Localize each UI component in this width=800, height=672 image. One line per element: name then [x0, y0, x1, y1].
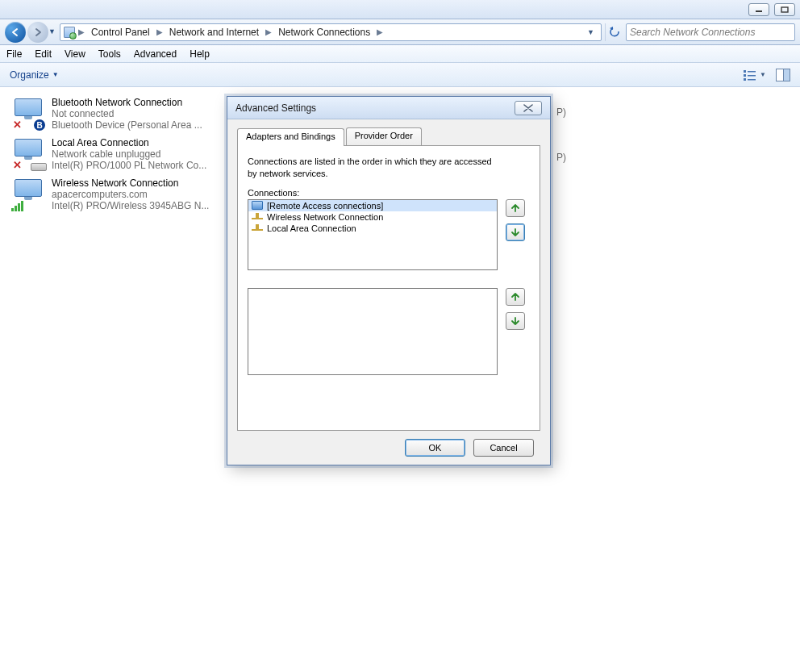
- svg-rect-5: [748, 75, 756, 77]
- location-icon: [64, 27, 75, 38]
- search-placeholder: Search Network Connections: [630, 27, 755, 38]
- list-item-label: [Remote Access connections]: [267, 201, 383, 211]
- svg-rect-3: [748, 71, 756, 73]
- dialog-tabs: Adapters and Bindings Provider Order: [237, 127, 540, 145]
- connection-status: apacercomputers.com: [52, 189, 215, 200]
- connection-device: Intel(R) PRO/Wireless 3945ABG N...: [52, 200, 215, 211]
- search-input[interactable]: Search Network Connections: [626, 23, 795, 41]
- list-item[interactable]: Local Area Connection: [248, 223, 497, 234]
- menu-bar: File Edit View Tools Advanced Help: [0, 45, 800, 63]
- chevron-icon: ▶: [264, 27, 273, 36]
- chevron-icon: ▶: [155, 27, 165, 36]
- move-up-button-2[interactable]: [506, 288, 525, 306]
- chevron-icon: ▶: [77, 27, 86, 36]
- connection-title: Bluetooth Network Connection: [52, 97, 215, 108]
- connection-icon: [11, 177, 45, 211]
- tab-provider-order[interactable]: Provider Order: [346, 127, 422, 145]
- back-button[interactable]: [5, 22, 26, 43]
- menu-help[interactable]: Help: [190, 48, 210, 60]
- ethernet-icon: [31, 163, 47, 171]
- connection-icon: ✕: [11, 137, 45, 171]
- forward-button[interactable]: [27, 22, 48, 43]
- menu-advanced[interactable]: Advanced: [134, 48, 177, 60]
- arrow-up-icon: [510, 203, 520, 213]
- bindings-listbox[interactable]: [248, 288, 498, 375]
- bluetooth-icon: B: [34, 119, 45, 131]
- advanced-settings-dialog: Advanced Settings Adapters and Bindings …: [227, 96, 551, 465]
- window-titlebar: [0, 0, 800, 19]
- svg-rect-7: [748, 79, 756, 81]
- network-icon: [252, 223, 263, 233]
- move-up-button[interactable]: [506, 199, 525, 217]
- list-item[interactable]: Wireless Network Connection: [248, 211, 497, 223]
- svg-rect-4: [744, 74, 746, 77]
- menu-edit[interactable]: Edit: [35, 48, 52, 60]
- signal-bars-icon: [11, 200, 23, 211]
- error-x-icon: ✕: [11, 160, 23, 171]
- breadcrumb-item[interactable]: Network and Internet: [166, 27, 262, 38]
- cancel-button[interactable]: Cancel: [473, 439, 534, 457]
- list-item-label: Wireless Network Connection: [267, 212, 383, 222]
- dialog-title: Advanced Settings: [235, 102, 316, 114]
- list-item-label: Local Area Connection: [267, 223, 356, 233]
- command-bar: Organize ▼ ▼: [0, 63, 800, 87]
- connection-device: Bluetooth Device (Personal Area ...: [52, 119, 215, 131]
- svg-rect-1: [781, 7, 788, 12]
- menu-file[interactable]: File: [6, 48, 22, 60]
- svg-rect-6: [744, 78, 746, 81]
- connections-label: Connections:: [248, 188, 530, 198]
- organize-button[interactable]: Organize ▼: [10, 69, 59, 81]
- error-x-icon: ✕: [11, 119, 23, 131]
- ok-button[interactable]: OK: [405, 439, 465, 457]
- connection-item[interactable]: ✕ Local Area Connection Network cable un…: [6, 134, 219, 174]
- history-dropdown[interactable]: ▼: [48, 27, 56, 35]
- organize-label: Organize: [10, 69, 49, 81]
- tab-adapters-bindings[interactable]: Adapters and Bindings: [237, 128, 344, 146]
- move-down-button[interactable]: [506, 223, 525, 241]
- connection-title: Local Area Connection: [52, 137, 215, 148]
- view-options-button[interactable]: ▼: [744, 69, 766, 81]
- connection-status: Network cable unplugged: [52, 148, 215, 160]
- dialog-titlebar[interactable]: Advanced Settings: [227, 97, 550, 119]
- view-icon: [744, 69, 756, 81]
- arrow-down-icon: [510, 227, 520, 237]
- modem-icon: [252, 201, 263, 210]
- clipped-text: P): [556, 106, 566, 118]
- list-item[interactable]: [Remote Access connections]: [248, 200, 497, 211]
- refresh-button[interactable]: [605, 23, 623, 41]
- chevron-down-icon: ▼: [760, 71, 766, 78]
- network-icon: [252, 212, 263, 222]
- breadcrumb-item[interactable]: Control Panel: [88, 27, 153, 38]
- maximize-button[interactable]: [774, 3, 795, 16]
- address-dropdown[interactable]: ▼: [584, 28, 598, 36]
- preview-pane-button[interactable]: [776, 69, 790, 81]
- menu-view[interactable]: View: [65, 48, 85, 60]
- svg-rect-2: [744, 70, 746, 73]
- move-down-button-2[interactable]: [506, 312, 525, 330]
- minimize-button[interactable]: [748, 3, 769, 16]
- arrow-down-icon: [510, 316, 520, 326]
- navigation-bar: ▼ ▶ Control Panel ▶ Network and Internet…: [0, 19, 800, 45]
- breadcrumb-item[interactable]: Network Connections: [275, 27, 373, 38]
- dialog-description: Connections are listed in the order in w…: [248, 156, 498, 180]
- chevron-down-icon: ▼: [52, 71, 59, 78]
- menu-tools[interactable]: Tools: [98, 48, 121, 60]
- connections-listbox[interactable]: [Remote Access connections] Wireless Net…: [248, 199, 498, 270]
- arrow-up-icon: [510, 292, 520, 302]
- connection-item[interactable]: ✕ B Bluetooth Network Connection Not con…: [6, 94, 219, 134]
- nav-back-forward: ▼: [5, 21, 56, 44]
- connection-status: Not connected: [52, 108, 215, 119]
- connection-item[interactable]: Wireless Network Connection apacercomput…: [6, 174, 219, 215]
- chevron-icon: ▶: [375, 27, 385, 36]
- connection-icon: ✕ B: [11, 97, 45, 131]
- connection-device: Intel(R) PRO/1000 PL Network Co...: [52, 160, 215, 171]
- clipped-text: P): [556, 152, 566, 163]
- connection-title: Wireless Network Connection: [52, 177, 215, 189]
- dialog-close-button[interactable]: [515, 101, 542, 115]
- tab-content: Connections are listed in the order in w…: [237, 145, 540, 431]
- address-bar[interactable]: ▶ Control Panel ▶ Network and Internet ▶…: [60, 23, 602, 41]
- close-icon: [523, 104, 534, 112]
